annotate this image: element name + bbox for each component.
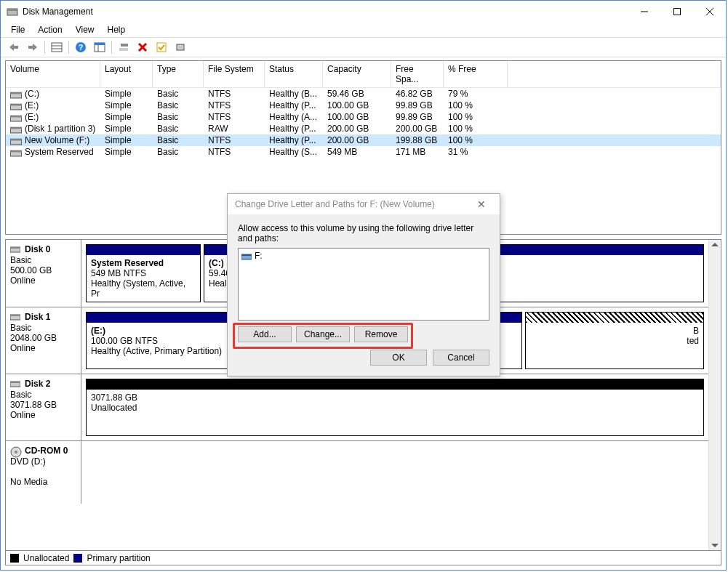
- check-icon[interactable]: [153, 39, 170, 55]
- remove-button[interactable]: Remove: [354, 326, 408, 342]
- volume-row[interactable]: System ReservedSimpleBasicNTFSHealthy (S…: [6, 146, 721, 158]
- tag-icon[interactable]: [172, 39, 189, 55]
- svg-rect-33: [10, 150, 21, 152]
- disk-icon: [10, 245, 23, 255]
- svg-rect-17: [119, 48, 128, 51]
- col-capacity[interactable]: Capacity: [323, 61, 391, 87]
- disk-row: Disk 2 Basic 3071.88 GB Online 3071.88 G…: [6, 374, 708, 441]
- volume-row[interactable]: (Disk 1 partition 3)SimpleBasicRAWHealth…: [6, 123, 721, 134]
- col-volume[interactable]: Volume: [6, 61, 100, 87]
- svg-point-41: [15, 451, 17, 454]
- volume-row[interactable]: (E:)SimpleBasicNTFSHealthy (P...100.00 G…: [6, 100, 721, 111]
- layout-icon[interactable]: [91, 39, 108, 55]
- dialog-close-icon[interactable]: ✕: [471, 198, 492, 210]
- volume-header: Volume Layout Type File System Status Ca…: [6, 61, 721, 88]
- list-view-icon[interactable]: [48, 39, 65, 55]
- add-button[interactable]: Add...: [238, 326, 292, 342]
- volume-row[interactable]: (E:)SimpleBasicNTFSHealthy (A...100.00 G…: [6, 111, 721, 123]
- svg-rect-20: [157, 43, 166, 52]
- disk-icon: [10, 313, 23, 323]
- svg-rect-1: [7, 9, 17, 11]
- svg-rect-31: [10, 139, 21, 140]
- col-free[interactable]: Free Spa...: [391, 61, 444, 87]
- close-button[interactable]: [693, 1, 726, 23]
- svg-rect-15: [95, 43, 105, 45]
- cdrom-icon: [10, 446, 23, 456]
- toolbar: ?: [1, 37, 726, 57]
- back-icon[interactable]: [5, 39, 23, 55]
- help-icon[interactable]: ?: [72, 39, 89, 55]
- svg-rect-6: [14, 46, 18, 49]
- drive-icon: [241, 252, 252, 260]
- maximize-button[interactable]: [660, 1, 693, 23]
- menu-view[interactable]: View: [70, 23, 100, 36]
- partition[interactable]: System Reserved549 MB NTFSHealthy (Syste…: [86, 244, 201, 302]
- volume-row[interactable]: New Volume (F:)SimpleBasicNTFSHealthy (P…: [6, 134, 721, 146]
- change-button[interactable]: Change...: [296, 326, 350, 342]
- forward-icon[interactable]: [24, 39, 41, 55]
- svg-rect-23: [10, 92, 21, 94]
- svg-rect-43: [241, 254, 252, 256]
- app-icon: [7, 6, 18, 17]
- svg-rect-21: [177, 44, 184, 50]
- partition[interactable]: 3071.88 GBUnallocated: [86, 379, 704, 436]
- svg-rect-8: [52, 43, 62, 52]
- svg-rect-27: [10, 116, 21, 117]
- legend-primary-swatch: [73, 554, 82, 563]
- window-title: Disk Management: [23, 7, 628, 17]
- disk-icon: [10, 379, 23, 390]
- change-drive-letter-dialog: Change Drive Letter and Paths for F: (Ne…: [227, 193, 500, 376]
- col-layout[interactable]: Layout: [100, 61, 153, 87]
- dialog-instruction: Allow access to this volume by using the…: [238, 223, 489, 243]
- menu-action[interactable]: Action: [32, 23, 68, 36]
- svg-text:?: ?: [79, 43, 84, 52]
- menubar: File Action View Help: [1, 23, 726, 37]
- partition[interactable]: Bted: [525, 312, 704, 369]
- cancel-button[interactable]: Cancel: [433, 350, 489, 366]
- svg-rect-29: [10, 127, 21, 129]
- dialog-title: Change Drive Letter and Paths for F: (Ne…: [235, 199, 471, 209]
- svg-rect-39: [10, 382, 20, 383]
- legend-unallocated-swatch: [10, 554, 19, 563]
- col-pct[interactable]: % Free: [444, 61, 508, 87]
- svg-rect-3: [673, 9, 680, 15]
- drive-letter-list[interactable]: F:: [238, 248, 489, 321]
- svg-rect-25: [10, 104, 21, 105]
- col-fs[interactable]: File System: [204, 61, 265, 87]
- list-item[interactable]: F:: [240, 250, 487, 262]
- svg-rect-16: [121, 44, 128, 47]
- titlebar: Disk Management: [1, 1, 726, 23]
- menu-help[interactable]: Help: [102, 23, 132, 36]
- svg-rect-35: [10, 247, 20, 249]
- menu-file[interactable]: File: [5, 23, 31, 36]
- wrench-icon[interactable]: [115, 39, 132, 55]
- volume-row[interactable]: (C:)SimpleBasicNTFSHealthy (B...59.46 GB…: [6, 88, 721, 100]
- ok-button[interactable]: OK: [370, 350, 427, 366]
- svg-rect-37: [10, 315, 20, 316]
- col-type[interactable]: Type: [153, 61, 204, 87]
- svg-rect-7: [28, 46, 33, 49]
- disk-row: CD-ROM 0 DVD (D:) No Media: [6, 441, 708, 504]
- col-status[interactable]: Status: [265, 61, 323, 87]
- legend: Unallocated Primary partition: [5, 551, 721, 565]
- delete-icon[interactable]: [134, 39, 151, 55]
- vertical-scrollbar[interactable]: [708, 240, 721, 550]
- minimize-button[interactable]: [628, 1, 660, 23]
